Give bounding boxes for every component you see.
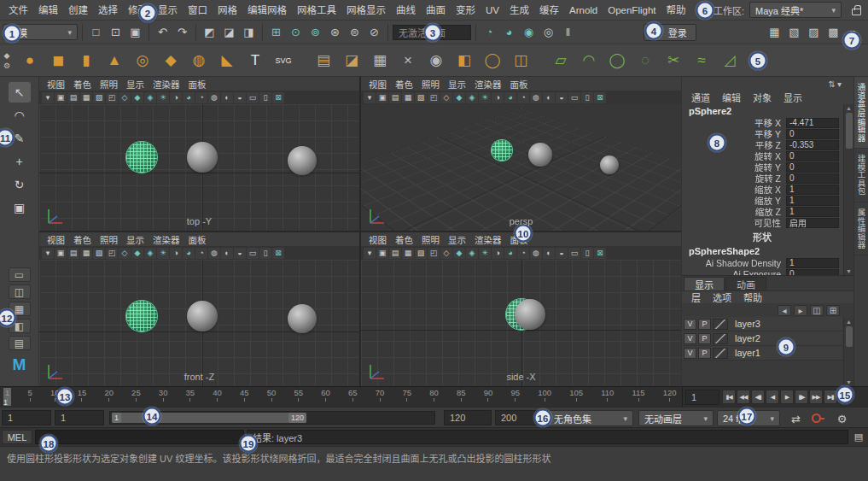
lights-icon[interactable]: ☀ [157,248,169,259]
channel-box-menu-item[interactable]: 对象 [747,91,778,104]
layer-move-down-icon[interactable]: ▸ [794,305,807,316]
gamma-icon[interactable]: ◒ [556,248,568,259]
gamma-icon[interactable]: ◒ [234,248,246,259]
channel-sync-icon[interactable]: ⇅ [829,79,836,89]
two-pane-layout-button[interactable]: ◫ [9,284,31,299]
viewport-menu-item[interactable]: 照明 [417,233,444,246]
menu-item[interactable]: 选择 [93,0,123,21]
selected-sphere[interactable] [126,142,157,173]
channel-box-menu-item[interactable]: 显示 [778,91,808,104]
scroll-down-icon[interactable]: ▼ [846,268,852,274]
channel-value-field[interactable]: 0 [786,173,839,184]
menu-item[interactable]: 显示 [153,0,183,21]
xray-icon[interactable]: ◍ [208,92,220,103]
textured-icon[interactable]: ◈ [466,92,478,103]
image-plane-icon[interactable]: ▧ [415,92,427,103]
render-settings-icon[interactable]: ◎ [539,23,557,41]
sidebar-tab[interactable]: 属性编辑器 [854,202,868,256]
channel-value-field[interactable]: 0 [786,129,839,139]
menu-item[interactable]: UV [481,0,504,21]
play-forwards-button[interactable]: ▶ [780,390,794,404]
camera-attributes-icon[interactable]: ▤ [389,92,401,103]
bookmarks-icon[interactable]: ▦ [80,92,92,103]
channel-value-field[interactable]: 1 [786,207,839,217]
selected-sphere[interactable] [126,301,157,331]
image-plane-icon[interactable]: ▧ [93,248,105,259]
textured-icon[interactable]: ◈ [144,248,156,259]
channel-value-field[interactable]: -4.471 [786,118,839,128]
viewport-canvas-persp[interactable]: persp [361,104,681,231]
image-plane-icon[interactable]: ▧ [93,92,105,103]
menu-item[interactable]: 曲面 [421,0,451,21]
channel-value-field[interactable]: 0 [786,151,839,161]
layer-playback-toggle[interactable]: P [698,319,711,330]
svg-icon[interactable]: SVG [271,48,296,73]
menu-item[interactable]: 缓存 [534,0,564,21]
viewport-menu-item[interactable]: 面板 [506,78,533,91]
film-gate-icon[interactable]: ▯ [581,92,593,103]
rotate-tool[interactable]: ↻ [9,174,31,195]
exposure-icon[interactable]: ◐ [543,92,555,103]
film-gate-icon[interactable]: ▯ [259,248,271,259]
layer-editor-scrollbar[interactable]: ▲▼ [843,318,853,386]
current-time-field[interactable]: 1 [685,390,719,405]
viewport-menu-item[interactable]: 照明 [96,78,122,91]
select-by-object-icon[interactable]: ◪ [220,23,238,41]
wireframe-icon[interactable]: ◇ [119,248,131,259]
snap-to-curve-icon[interactable]: ⊙ [287,23,305,41]
film-gate-icon[interactable]: ▯ [581,248,593,259]
sphere[interactable] [288,146,317,175]
viewport-menu-item[interactable]: 照明 [96,233,122,246]
isolate-select-icon[interactable]: ⊠ [272,92,284,103]
layer-editor-menu-item[interactable]: 帮助 [737,290,768,304]
shadows-icon[interactable]: ◑ [170,92,182,103]
animation-preferences-icon[interactable]: ⚙ [833,410,851,428]
target-weld-icon[interactable]: ◉ [423,48,449,73]
select-tool[interactable]: ↖ [9,82,31,103]
go-to-end-button[interactable]: ▶▮ [824,390,837,404]
layer-visibility-toggle[interactable]: V [684,333,696,344]
layer-name[interactable]: layer3 [730,319,760,329]
channel-value-field[interactable]: 启用 [786,218,839,228]
anim-layer-dropdown[interactable]: 无动画层▾ [638,410,714,426]
lock-camera-icon[interactable]: ▣ [55,248,67,259]
select-by-hierarchy-icon[interactable]: ◩ [201,23,218,41]
menu-item[interactable]: 窗口 [183,0,213,21]
viewport-menu-item[interactable]: 视图 [43,78,69,91]
undo-icon[interactable]: ↶ [154,23,172,41]
layer-color-swatch[interactable] [713,319,728,330]
lights-icon[interactable]: ☀ [479,248,491,259]
exposure-icon[interactable]: ◐ [221,248,233,259]
scroll-up-icon[interactable]: ▲ [846,319,852,325]
menu-item[interactable]: 生成 [504,0,534,21]
snap-to-projected-center-icon[interactable]: ⊛ [326,23,344,41]
shaded-icon[interactable]: ◆ [131,248,143,259]
script-editor-icon[interactable]: ▤ [851,430,866,445]
boolean-union-icon[interactable]: ◫ [508,48,533,73]
create-layer-from-selected-icon[interactable]: ⊞ [826,305,840,316]
poly-cone-icon[interactable]: ▲ [102,48,127,73]
range-start-handle[interactable]: 1 [112,413,121,423]
shadows-icon[interactable]: ◑ [492,92,504,103]
step-back-frame-button[interactable]: ◀▮ [751,390,765,404]
snap-to-point-icon[interactable]: ⊚ [306,23,324,41]
cut-uv-icon[interactable]: ✂ [661,48,686,73]
snap-to-grid-icon[interactable]: ⊞ [267,23,285,41]
sphere[interactable] [515,299,545,330]
menu-item[interactable]: 编辑网格 [242,0,292,21]
command-input[interactable] [35,430,244,444]
isolate-select-icon[interactable]: ⊠ [594,92,606,103]
viewport-menu-item[interactable]: 渲染器 [149,233,184,246]
textured-icon[interactable]: ◈ [466,248,478,259]
channel-display-options-icon[interactable]: ▾ [837,79,842,89]
sphere[interactable] [528,143,552,167]
lasso-select-tool[interactable]: ◠ [9,105,31,126]
workspace-dropdown[interactable]: Maya 经典* ▾ [749,2,842,18]
mel-toggle[interactable]: MEL [2,430,32,444]
spherical-uv-icon[interactable]: ◯ [604,48,630,73]
2d-pan-zoom-icon[interactable]: ◰ [428,92,440,103]
layer-row[interactable]: V P layer3 [682,317,842,331]
menu-item[interactable]: 网格显示 [341,0,391,21]
poly-torus-icon[interactable]: ◎ [130,48,155,73]
viewport-menu-item[interactable]: 渲染器 [470,233,506,246]
